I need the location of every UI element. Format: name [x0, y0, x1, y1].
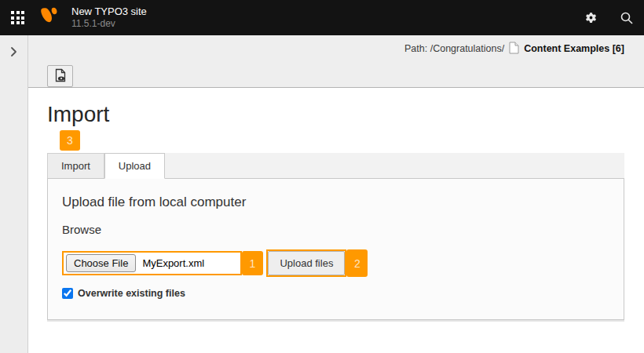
search-icon [620, 11, 634, 25]
docheader: Path: /Congratulations/ Content Examples… [28, 35, 644, 88]
overwrite-checkbox[interactable] [62, 288, 73, 299]
file-input[interactable]: Choose File MyExport.xml [62, 251, 242, 275]
site-info: New TYPO3 site 11.5.1-dev [71, 5, 147, 30]
annotation-marker-3: 3 [60, 130, 80, 151]
pagetree-expand-button[interactable] [5, 43, 24, 62]
upload-panel: Upload file from local computer Browse C… [47, 179, 624, 320]
typo3-logo-button[interactable] [35, 0, 65, 35]
docheader-buttons [47, 65, 624, 87]
module-container: Path: /Congratulations/ Content Examples… [28, 35, 644, 353]
tab-import[interactable]: Import [47, 153, 104, 178]
upload-button-control: Upload files 2 [266, 249, 368, 277]
breadcrumb: Path: /Congratulations/ Content Examples… [47, 41, 624, 56]
breadcrumb-path: Path: /Congratulations/ [404, 43, 504, 54]
tabbar: Import Upload [47, 153, 624, 179]
site-version: 11.5.1-dev [71, 18, 147, 30]
upload-files-button[interactable]: Upload files [268, 251, 345, 275]
annotation-marker-2: 2 [346, 249, 368, 277]
settings-button[interactable] [573, 0, 609, 35]
apps-grid-icon [11, 11, 24, 24]
module-body: Import 3 Import Upload Upload file from … [28, 88, 644, 353]
site-title: New TYPO3 site [71, 5, 147, 18]
overwrite-checkbox-label[interactable]: Overwrite existing files [78, 288, 185, 299]
annotation-marker-1: 1 [242, 251, 263, 275]
gear-icon [584, 11, 598, 24]
breadcrumb-record-title: Content Examples [6] [524, 43, 624, 54]
module-menu-button[interactable] [0, 0, 35, 35]
chevron-right-icon [10, 46, 17, 60]
page-icon [509, 42, 519, 56]
overwrite-checkbox-row: Overwrite existing files [62, 288, 609, 299]
file-upload-control: Choose File MyExport.xml 1 [62, 251, 263, 275]
browse-label: Browse [62, 223, 609, 236]
search-button[interactable] [609, 0, 644, 35]
upload-button-outline: Upload files [266, 249, 346, 277]
typo3-logo-icon [39, 5, 61, 30]
panel-heading: Upload file from local computer [62, 195, 609, 210]
choose-file-button[interactable]: Choose File [66, 254, 136, 272]
view-record-button[interactable] [47, 65, 73, 87]
app-body: Path: /Congratulations/ Content Examples… [0, 35, 644, 353]
selected-file-name: MyExport.xml [136, 257, 204, 269]
page-title: Import [47, 102, 624, 127]
topbar: New TYPO3 site 11.5.1-dev [0, 0, 644, 35]
pagetree-rail [0, 35, 28, 353]
tab-upload[interactable]: Upload [104, 153, 165, 179]
document-eye-icon [54, 68, 67, 85]
